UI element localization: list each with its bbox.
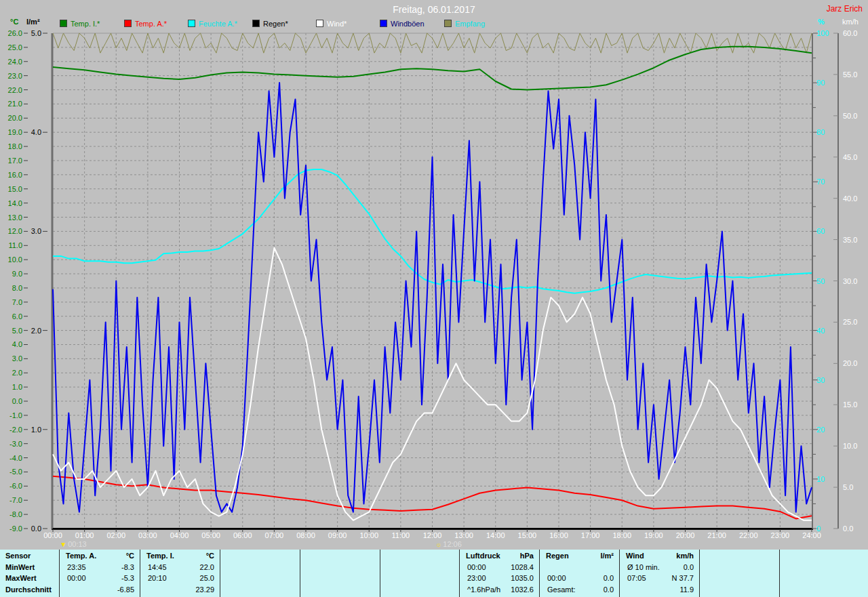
tick-time: 17:00 [577, 531, 604, 539]
table-cell-value: -8.3 [59, 562, 134, 573]
tick-kmh: 50.0 [843, 112, 866, 120]
tick-time: 22:00 [735, 531, 762, 539]
weather-app-window: { "window": { "title": "Freitag, 06.01.2… [0, 0, 868, 597]
tick-celsius: 1.0 [1, 383, 22, 391]
tick-percent: 100 [816, 29, 835, 37]
tick-time: 13:00 [450, 531, 477, 539]
tick-celsius: 17.0 [1, 157, 22, 165]
tick-percent: 30 [816, 376, 835, 384]
table-cell-value: 0.0 [619, 562, 694, 573]
tick-time: 06:00 [229, 531, 256, 539]
table-cell-value: 25.0 [140, 573, 214, 583]
tick-time: 03:00 [134, 531, 161, 539]
tick-celsius: -9.0 [1, 524, 22, 533]
tick-time: 08:00 [292, 531, 319, 539]
tick-time: 23:00 [766, 531, 793, 539]
tick-time: 11:00 [387, 531, 414, 539]
sun-icon: ☼ [435, 541, 441, 548]
tick-kmh: 20.0 [843, 359, 866, 367]
table-col-unit: °C [140, 551, 214, 561]
tick-time: 12:00 [419, 531, 446, 539]
weather-chart-plot[interactable] [0, 0, 868, 550]
tick-celsius: 4.0 [1, 340, 22, 348]
tick-time: 02:00 [102, 531, 130, 539]
tick-celsius: 12.0 [1, 227, 22, 235]
table-row-label: Durchschnitt [5, 585, 52, 595]
table-col-unit: hPa [459, 551, 534, 561]
tick-time: 15:00 [513, 531, 540, 539]
tick-time: 10:00 [355, 531, 382, 539]
time-marker: ☼12:06 [435, 540, 462, 548]
tick-time: 16:00 [545, 531, 572, 539]
tick-celsius: -7.0 [1, 496, 22, 504]
table-cell-value: -5.3 [59, 573, 134, 583]
tick-time: 00:00 [39, 531, 66, 539]
tick-celsius: 9.0 [1, 270, 22, 278]
tick-time: 14:00 [482, 531, 509, 539]
tick-time: 20:00 [672, 531, 699, 539]
table-row-label: Sensor [5, 551, 31, 561]
tick-kmh: 55.0 [843, 70, 866, 79]
table-cell-value: 0.0 [539, 573, 614, 583]
tick-celsius: 13.0 [1, 213, 22, 222]
table-row-label: MaxWert [5, 573, 37, 583]
table-cell-value: 11.9 [619, 585, 694, 595]
stats-table: SensorMinWertMaxWertDurchschnittTemp. A.… [0, 550, 868, 597]
tick-lm2: 0.0 [23, 524, 41, 533]
tick-celsius: 7.0 [1, 298, 22, 306]
tick-celsius: 15.0 [1, 185, 22, 193]
tick-percent: 60 [816, 227, 835, 235]
table-cell-value: -6.85 [59, 585, 134, 595]
tick-kmh: 10.0 [843, 442, 866, 450]
table-row-label: MinWert [5, 562, 35, 573]
tick-celsius: 18.0 [1, 142, 22, 150]
table-separator [779, 550, 780, 597]
tick-percent: 70 [816, 178, 835, 186]
tick-celsius: 10.0 [1, 255, 22, 264]
tick-time: 07:00 [260, 531, 288, 539]
table-cell-value: 1032.6 [459, 585, 534, 595]
table-cell-value: 22.0 [140, 562, 214, 573]
tick-kmh: 35.0 [843, 236, 866, 244]
tick-celsius: 11.0 [1, 241, 22, 249]
table-col-unit: km/h [619, 551, 694, 561]
tick-kmh: 60.0 [843, 29, 866, 37]
table-separator [699, 550, 700, 597]
table-cell-value: 0.0 [539, 585, 614, 595]
tick-time: 09:00 [324, 531, 351, 539]
tick-percent: 80 [816, 128, 835, 136]
tick-celsius: -8.0 [1, 510, 22, 518]
tick-lm2: 1.0 [23, 426, 41, 434]
tick-time: 18:00 [608, 531, 635, 539]
table-separator [220, 550, 220, 597]
tick-celsius: -4.0 [1, 454, 22, 462]
table-col-unit: l/m² [539, 551, 614, 561]
tick-time: 01:00 [71, 531, 98, 539]
tick-celsius: -5.0 [1, 468, 22, 476]
tick-celsius: 3.0 [1, 354, 22, 363]
tick-time: 24:00 [798, 531, 825, 539]
tick-celsius: 23.0 [1, 72, 22, 80]
tick-time: 05:00 [197, 531, 224, 539]
tick-kmh: 0.0 [843, 524, 866, 533]
tick-lm2: 4.0 [23, 128, 41, 136]
tick-celsius: 20.0 [1, 114, 22, 122]
time-marker-label: 00:13 [68, 540, 87, 548]
tick-time: 04:00 [166, 531, 193, 539]
table-cell-value: 23.29 [140, 585, 214, 595]
table-separator [300, 550, 300, 597]
tick-percent: 50 [816, 277, 835, 285]
tick-celsius: 16.0 [1, 171, 22, 179]
arrow-down-icon: ▼ [60, 541, 66, 548]
tick-kmh: 25.0 [843, 318, 866, 326]
tick-percent: 40 [816, 327, 835, 335]
tick-kmh: 30.0 [843, 277, 866, 285]
tick-kmh: 5.0 [843, 483, 866, 491]
tick-celsius: -2.0 [1, 426, 22, 434]
table-separator [380, 550, 380, 597]
tick-celsius: 21.0 [1, 100, 22, 108]
tick-celsius: 8.0 [1, 284, 22, 292]
tick-celsius: 22.0 [1, 86, 22, 94]
tick-celsius: -3.0 [1, 440, 22, 448]
tick-celsius: 2.0 [1, 369, 22, 377]
